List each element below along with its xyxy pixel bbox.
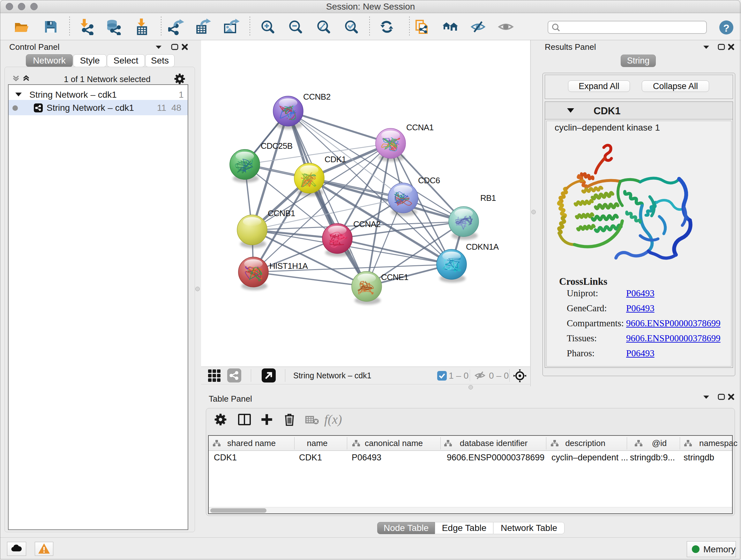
svg-text:CDC6: CDC6 — [418, 176, 440, 185]
svg-text:RB1: RB1 — [480, 193, 496, 203]
svg-text:CCNB2: CCNB2 — [303, 92, 331, 102]
svg-text:CDK1: CDK1 — [325, 154, 346, 164]
svg-text:CDC25B: CDC25B — [261, 141, 293, 151]
svg-text:CCNB1: CCNB1 — [268, 208, 295, 218]
svg-text:CDKN1A: CDKN1A — [466, 242, 499, 252]
svg-text:CCNA1: CCNA1 — [406, 123, 434, 132]
svg-text:CCNE1: CCNE1 — [381, 272, 408, 282]
svg-text:CCNA2: CCNA2 — [353, 219, 381, 229]
svg-text:?: ? — [723, 22, 730, 34]
svg-text:HIST1H1A: HIST1H1A — [269, 261, 308, 271]
